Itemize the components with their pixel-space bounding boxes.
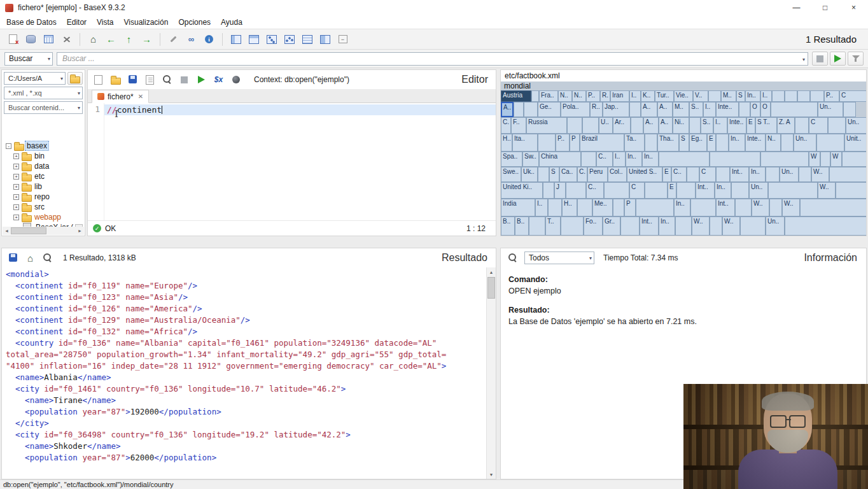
treemap-cell-c[interactable]: C..: [671, 167, 687, 182]
treemap-cell-in[interactable]: In..: [642, 152, 659, 167]
new-database-button[interactable]: [5, 31, 21, 47]
treemap-cell-c[interactable]: C..: [586, 182, 604, 199]
treemap-cell-c[interactable]: C.: [501, 117, 511, 134]
treemap-cell-inte[interactable]: Inte..: [727, 117, 746, 134]
home-button[interactable]: [85, 31, 101, 47]
treemap-cell-ta[interactable]: Ta..: [624, 134, 645, 152]
treemap-cell[interactable]: [582, 117, 599, 134]
treemap-cell[interactable]: [781, 134, 794, 152]
cut-button[interactable]: [59, 31, 74, 47]
treemap-cell-un[interactable]: Un..: [780, 167, 799, 182]
treemap-cell-iran[interactable]: Iran: [610, 90, 629, 102]
treemap-cell-c[interactable]: C: [699, 167, 716, 182]
treemap-cell-w[interactable]: W..: [811, 167, 829, 182]
treemap-cell-int[interactable]: Int..: [696, 182, 715, 199]
treemap-cell[interactable]: [768, 182, 818, 199]
treemap-cell-un[interactable]: Un..: [794, 134, 816, 152]
tree-horizontal-scrollbar[interactable]: ◄ ►: [3, 227, 84, 235]
treemap-cell-spa[interactable]: Spa..: [501, 152, 522, 167]
treemap-cell-vie[interactable]: Vie..: [674, 90, 693, 102]
treemap-cell-inte[interactable]: Inte..: [716, 102, 739, 117]
treemap-cell-b[interactable]: B..: [501, 216, 515, 236]
treemap-cell-t[interactable]: T..: [545, 216, 561, 236]
treemap-cell[interactable]: [577, 199, 592, 216]
treemap-cell[interactable]: [604, 182, 629, 199]
treemap-cell[interactable]: [829, 167, 866, 182]
treemap-cell-h[interactable]: H..: [501, 134, 512, 152]
tab-close-icon[interactable]: ✕: [138, 93, 143, 100]
treemap-cell-uk[interactable]: Uk..: [521, 167, 538, 182]
tree-item-etc[interactable]: +etc: [4, 171, 83, 181]
treemap-cell-p[interactable]: P..: [824, 90, 839, 102]
treemap-cell-austria[interactable]: Austria: [501, 90, 531, 102]
properties-table-button[interactable]: [41, 31, 57, 47]
treemap-cell-in[interactable]: In..: [715, 182, 731, 199]
treemap-cell-o[interactable]: O: [750, 102, 760, 117]
treemap-view[interactable]: mondial AustriaFra..N..N..P..R.IranI..K.…: [501, 82, 866, 236]
treemap-cell[interactable]: [631, 117, 643, 134]
treemap-cell-china[interactable]: China: [539, 152, 581, 167]
treemap-cell[interactable]: [636, 199, 674, 216]
treemap-cell[interactable]: [645, 134, 657, 152]
treemap-cell-a[interactable]: A..: [643, 117, 659, 134]
up-button[interactable]: [121, 31, 137, 47]
treemap-cell-me[interactable]: Me..: [592, 199, 613, 216]
treemap-cell-w[interactable]: W..: [782, 199, 800, 216]
treemap-cell[interactable]: [820, 152, 830, 167]
treemap-cell-m[interactable]: M..: [673, 102, 689, 117]
scroll-up-icon[interactable]: ▲: [487, 267, 496, 276]
treemap-cell-ca[interactable]: Ca..: [559, 167, 577, 182]
treemap-cell-r[interactable]: R..: [590, 102, 603, 117]
treemap-cell-i[interactable]: I..: [629, 90, 641, 102]
treemap-cell[interactable]: [676, 182, 696, 199]
info-button[interactable]: [201, 31, 217, 47]
tree-expander[interactable]: +: [13, 174, 19, 180]
treemap-cell-inte[interactable]: Inte..: [745, 134, 766, 152]
back-button[interactable]: [103, 31, 119, 47]
treemap-cell[interactable]: [716, 167, 730, 182]
treemap-cell[interactable]: [740, 216, 766, 236]
treemap-cell[interactable]: [836, 182, 866, 199]
search-mode-combo[interactable]: Buscar ▾: [4, 52, 53, 66]
treemap-cell[interactable]: [800, 199, 866, 216]
treemap-cell-n[interactable]: N..: [766, 134, 781, 152]
editor-library-button[interactable]: [228, 72, 244, 88]
scrollbar-thumb[interactable]: [487, 277, 495, 299]
treemap-cell[interactable]: [772, 90, 785, 102]
treemap-cell[interactable]: [543, 182, 554, 199]
treemap-cell-i[interactable]: I..: [613, 152, 626, 167]
treemap-cell-eg[interactable]: Eg..: [689, 134, 707, 152]
treemap-cell[interactable]: [620, 216, 640, 236]
treemap-cell[interactable]: [690, 199, 716, 216]
file-filter-combo[interactable]: *.xml , *.xq ▾: [4, 87, 83, 99]
treemap-cell[interactable]: [529, 216, 545, 236]
treemap-cell[interactable]: [708, 90, 721, 102]
treemap-cell[interactable]: [629, 102, 641, 117]
treemap-cell-ni[interactable]: Ni..: [673, 117, 689, 134]
treemap-cell[interactable]: [514, 102, 524, 117]
database-button[interactable]: [23, 31, 39, 47]
treemap-cell-in[interactable]: In..: [729, 134, 745, 152]
treemap-cell-w[interactable]: W: [809, 152, 820, 167]
tree-item-lib[interactable]: +lib: [4, 181, 83, 192]
menu-opciones[interactable]: Opciones: [173, 17, 216, 28]
treemap-cell-o[interactable]: O: [760, 102, 771, 117]
editor-new-file-button[interactable]: [90, 72, 106, 88]
treemap-cell[interactable]: [710, 216, 722, 236]
scroll-right-icon[interactable]: ►: [76, 229, 84, 233]
browse-folder-button[interactable]: [67, 72, 83, 85]
treemap-cell[interactable]: [716, 134, 729, 152]
treemap-cell-b[interactable]: B..: [515, 216, 529, 236]
tree-item-bin[interactable]: +bin: [4, 151, 83, 161]
editor-external-variables-button[interactable]: [211, 72, 227, 88]
treemap-cell-c[interactable]: C..: [596, 152, 613, 167]
treemap-cell-w[interactable]: W..: [752, 199, 769, 216]
treemap-cell-s[interactable]: S..: [701, 117, 713, 134]
treemap-cell[interactable]: [797, 90, 810, 102]
treemap-cell[interactable]: [566, 182, 586, 199]
filter-button[interactable]: [848, 52, 864, 66]
treemap-cell[interactable]: [842, 152, 866, 167]
treemap-cell-w[interactable]: W..: [818, 182, 836, 199]
treemap-cell-s[interactable]: S: [736, 90, 745, 102]
search-input[interactable]: [57, 52, 808, 66]
